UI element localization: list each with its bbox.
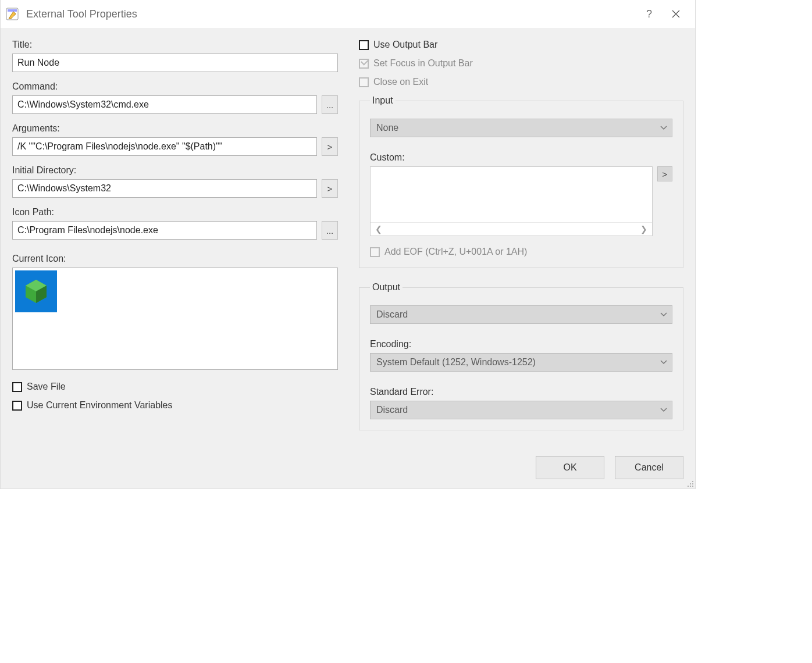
- chevron-right-icon: >: [327, 142, 333, 152]
- titlebar: External Tool Properties ?: [1, 0, 695, 28]
- icon-preview: [15, 270, 57, 312]
- scroll-left-icon: ❮: [375, 224, 382, 234]
- left-column: Title: Command: ... Arguments: >: [12, 40, 338, 444]
- dialog-buttons: OK Cancel: [1, 449, 695, 489]
- chevron-down-icon: [660, 408, 667, 412]
- output-group: Output Discard Encoding: System Default …: [359, 282, 683, 430]
- ok-button[interactable]: OK: [536, 456, 604, 479]
- cancel-button[interactable]: Cancel: [615, 456, 683, 479]
- svg-point-10: [692, 486, 693, 487]
- svg-point-8: [688, 486, 689, 487]
- chevron-right-icon: >: [327, 184, 333, 194]
- output-value: Discard: [376, 309, 408, 320]
- title-input[interactable]: [12, 54, 338, 72]
- use-output-bar-label: Use Output Bar: [373, 40, 437, 50]
- custom-label: Custom:: [370, 152, 672, 163]
- title-field: Title:: [12, 40, 338, 72]
- current-icon-label: Current Icon:: [12, 254, 338, 264]
- checkbox-icon: [12, 382, 22, 392]
- save-file-label: Save File: [27, 382, 66, 392]
- custom-textarea: ❮ ❯: [370, 166, 653, 236]
- chevron-down-icon: [660, 312, 667, 317]
- svg-point-6: [690, 483, 691, 484]
- initial-directory-input[interactable]: [12, 179, 317, 198]
- checkbox-icon: [370, 247, 380, 257]
- command-field: Command: ...: [12, 81, 338, 114]
- custom-input-area: ❮ ❯ >: [370, 166, 672, 236]
- dialog-body: Title: Command: ... Arguments: >: [1, 28, 695, 449]
- add-eof-label: Add EOF (Ctrl+Z, U+001A or 1AH): [384, 247, 527, 257]
- encoding-value: System Default (1252, Windows-1252): [376, 357, 536, 368]
- close-icon: [672, 10, 680, 18]
- chevron-down-icon: [660, 126, 667, 130]
- checkbox-icon: [359, 77, 369, 87]
- use-env-checkbox[interactable]: Use Current Environment Variables: [12, 400, 338, 411]
- checkbox-icon: [359, 59, 369, 69]
- icon-path-input[interactable]: [12, 221, 317, 240]
- node-icon: [22, 277, 50, 305]
- stderr-select: Discard: [370, 401, 672, 419]
- scroll-right-icon: ❯: [640, 224, 647, 234]
- help-icon: ?: [646, 8, 652, 20]
- chevron-down-icon: [660, 360, 667, 365]
- checkbox-icon: [12, 401, 22, 411]
- output-legend: Output: [370, 282, 403, 293]
- stderr-value: Discard: [376, 405, 408, 415]
- ellipsis-icon: ...: [326, 226, 334, 236]
- use-output-bar-checkbox[interactable]: Use Output Bar: [359, 40, 683, 50]
- arguments-input[interactable]: [12, 137, 317, 156]
- checkbox-icon: [359, 40, 369, 50]
- encoding-select: System Default (1252, Windows-1252): [370, 353, 672, 372]
- arguments-insert-button[interactable]: >: [322, 137, 338, 156]
- save-file-checkbox[interactable]: Save File: [12, 382, 338, 392]
- input-group: Input None Custom: ❮ ❯: [359, 95, 683, 268]
- stderr-label: Standard Error:: [370, 387, 672, 397]
- command-label: Command:: [12, 81, 338, 92]
- close-button[interactable]: [663, 2, 689, 26]
- horizontal-scrollbar: ❮ ❯: [371, 222, 652, 236]
- current-icon-field: Current Icon:: [12, 254, 338, 370]
- close-on-exit-label: Close on Exit: [373, 77, 428, 87]
- command-browse-button[interactable]: ...: [322, 95, 338, 114]
- svg-point-5: [692, 481, 693, 482]
- dialog-window: External Tool Properties ? Title: Comman…: [0, 0, 696, 489]
- title-label: Title:: [12, 40, 338, 50]
- custom-insert-button: >: [657, 166, 672, 181]
- input-type-select: None: [370, 119, 672, 137]
- command-input[interactable]: [12, 95, 317, 114]
- resize-grip-icon: [686, 479, 694, 487]
- vertical-scroll-buttons: >: [657, 166, 672, 236]
- input-type-value: None: [376, 123, 398, 133]
- window-title: External Tool Properties: [26, 8, 636, 20]
- close-on-exit-checkbox: Close on Exit: [359, 77, 683, 87]
- output-select: Discard: [370, 305, 672, 324]
- add-eof-checkbox: Add EOF (Ctrl+Z, U+001A or 1AH): [370, 247, 672, 257]
- svg-point-9: [690, 486, 691, 487]
- chevron-right-icon: >: [663, 169, 668, 179]
- set-focus-label: Set Focus in Output Bar: [373, 58, 473, 69]
- ellipsis-icon: ...: [326, 100, 334, 110]
- help-button[interactable]: ?: [636, 2, 663, 26]
- arguments-label: Arguments:: [12, 123, 338, 134]
- svg-rect-1: [8, 9, 17, 12]
- set-focus-checkbox: Set Focus in Output Bar: [359, 58, 683, 69]
- initial-directory-insert-button[interactable]: >: [322, 179, 338, 198]
- icon-path-label: Icon Path:: [12, 207, 338, 218]
- encoding-label: Encoding:: [370, 339, 672, 350]
- svg-point-7: [692, 483, 693, 484]
- icon-path-browse-button[interactable]: ...: [322, 221, 338, 240]
- app-icon: [5, 7, 19, 21]
- current-icon-box[interactable]: [12, 268, 338, 370]
- arguments-field: Arguments: >: [12, 123, 338, 156]
- icon-path-field: Icon Path: ...: [12, 207, 338, 240]
- use-env-label: Use Current Environment Variables: [27, 400, 172, 411]
- input-legend: Input: [370, 95, 396, 106]
- right-column: Use Output Bar Set Focus in Output Bar C…: [359, 40, 683, 444]
- initial-directory-label: Initial Directory:: [12, 165, 338, 176]
- initial-directory-field: Initial Directory: >: [12, 165, 338, 198]
